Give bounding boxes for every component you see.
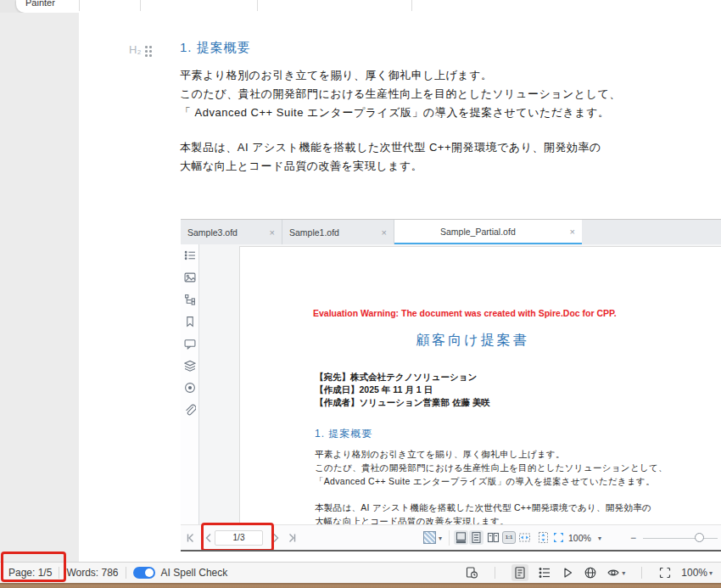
- viewer-zoom-level: 100%: [568, 533, 591, 543]
- ofd-document-page: Evaluation Warning: The document was cre…: [239, 246, 721, 524]
- bookmark-icon: [184, 316, 196, 328]
- zoom-slider-track: [643, 538, 718, 540]
- status-bar: Page: 1/5 Words: 786 AI Spell Check ▾ 10…: [0, 562, 721, 583]
- web-layout-globe-icon[interactable]: [584, 566, 597, 580]
- ofd-viewer-tabbar: Sample3.ofd × Sample1.ofd × Sample_Parti…: [181, 220, 721, 244]
- outline-view-icon[interactable]: [538, 566, 551, 580]
- statusbar-divider: [641, 567, 642, 579]
- tab-sample1-ofd: Sample1.ofd ×: [282, 220, 394, 244]
- paragraph-line[interactable]: このたび、貴社の開発部門における生産性向上を目的としたソリューションとして、: [180, 87, 621, 102]
- ofd-viewer-sidebar: [181, 244, 199, 524]
- paragraph-line[interactable]: 本製品は、AI アシスト機能を搭載した次世代型 C++開発環境であり、開発効率の: [180, 140, 601, 155]
- attachment-icon: [184, 404, 196, 416]
- ofd-doc-meta: 【宛先】株式会社テクノソリューション 【作成日】2025 年 11 月 1 日 …: [315, 371, 490, 409]
- editor-zoom-level: 100%: [681, 567, 707, 579]
- caret-down-icon: ▾: [598, 535, 601, 542]
- ribbon-panel: Painter: [16, 0, 721, 13]
- paragraph-drag-handle-icon[interactable]: [145, 46, 155, 58]
- heading-level-badge: H₂: [129, 43, 141, 56]
- full-screen-fit-icon: [551, 530, 566, 545]
- fit-page-icon: [536, 530, 551, 545]
- eye-icon: [606, 566, 620, 580]
- ribbon-divider: [79, 0, 80, 11]
- format-painter-button[interactable]: Painter: [25, 0, 55, 8]
- fit-width-icon: [517, 530, 532, 545]
- paragraph-line[interactable]: 平素より格別のお引き立てを賜り、厚く御礼申し上げます。: [180, 68, 492, 83]
- paragraph-line[interactable]: 大幅な向上とコード品質の改善を実現します。: [180, 159, 422, 174]
- close-icon: ×: [375, 227, 387, 238]
- tab-sample3-ofd: Sample3.ofd ×: [181, 220, 282, 244]
- play-presentation-icon[interactable]: [561, 566, 574, 580]
- ribbon-divider: [140, 0, 141, 11]
- ai-spellcheck-toggle[interactable]: [133, 567, 155, 579]
- history-version-icon[interactable]: [465, 566, 478, 580]
- first-page-icon: [185, 532, 197, 544]
- thumbnails-icon: [184, 249, 196, 261]
- document-heading[interactable]: 1. 提案概要: [180, 40, 251, 56]
- fullscreen-icon[interactable]: [658, 566, 672, 580]
- single-page-view-icon: [454, 530, 468, 545]
- caret-down-icon: ▾: [622, 569, 625, 577]
- ribbon-strip: Painter: [0, 0, 721, 13]
- close-icon: ×: [563, 227, 575, 237]
- comment-icon: [184, 338, 196, 350]
- actual-size-icon: 1:1: [502, 531, 516, 544]
- continuous-view-icon: [469, 530, 483, 545]
- zoom-slider-handle: [695, 533, 704, 542]
- statusbar-divider: [495, 567, 495, 579]
- zoom-out-icon: −: [630, 532, 636, 544]
- desktop-background-strip: [0, 583, 721, 588]
- tab-sample-partial-ofd-active: Sample_Partial.ofd ×: [394, 220, 582, 244]
- page-view-button[interactable]: [511, 564, 528, 581]
- ribbon-divider: [257, 0, 258, 11]
- ofd-doc-paragraph: 平素より格別のお引き立てを賜り、厚く御礼申し上げます。 このたび、貴社の開発部門…: [315, 447, 668, 488]
- ofd-doc-title: 顧客向け提案書: [240, 332, 705, 350]
- last-page-icon: [286, 532, 298, 544]
- evaluation-warning-text: Evaluation Warning: The document was cre…: [313, 308, 617, 318]
- caret-down-icon: ▾: [709, 569, 713, 577]
- red-annotation-box-page-nav: [201, 523, 274, 552]
- tree-icon: [184, 294, 196, 305]
- image-icon: [184, 272, 196, 283]
- ai-spellcheck-label: AI Spell Check: [161, 567, 228, 579]
- page-background-picker: [423, 531, 436, 544]
- editor-zoom-control[interactable]: 100% ▾: [681, 567, 713, 579]
- red-annotation-box-page-indicator: [1, 552, 66, 582]
- embedded-screenshot-image[interactable]: Sample3.ofd × Sample1.ofd × Sample_Parti…: [181, 219, 721, 552]
- ribbon-divider: [411, 0, 412, 11]
- layers-icon: [184, 360, 196, 372]
- toolbar-divider: [449, 530, 450, 546]
- close-icon: ×: [263, 227, 275, 238]
- two-page-view-icon: [486, 530, 500, 545]
- ofd-doc-heading: 1. 提案概要: [315, 427, 372, 441]
- view-options-button[interactable]: ▾: [606, 566, 625, 580]
- destination-icon: [184, 382, 196, 394]
- ofd-viewer-body: Evaluation Warning: The document was cre…: [181, 244, 721, 524]
- paragraph-line[interactable]: 「 Advanced C++ Suite エンタープライズ版」の導入を提案させて…: [180, 105, 609, 120]
- caret-down-icon: ▾: [439, 535, 442, 542]
- word-count[interactable]: Words: 786: [66, 567, 118, 579]
- statusbar-divider: [126, 567, 126, 579]
